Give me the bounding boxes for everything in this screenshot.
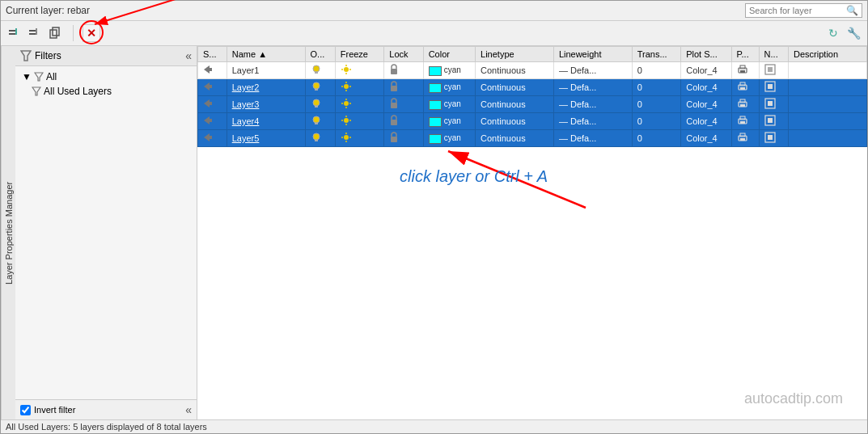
cell-on[interactable] (305, 130, 335, 147)
cell-plotstyle[interactable]: Color_4 (681, 79, 731, 96)
cell-color[interactable]: cyan (423, 113, 475, 130)
cell-new-vp[interactable] (759, 79, 788, 96)
cell-lineweight[interactable]: — Defa... (553, 62, 632, 79)
cell-new-vp[interactable] (759, 62, 788, 79)
svg-point-14 (313, 65, 320, 72)
cell-name[interactable]: Layer2 (227, 79, 305, 96)
cell-lock[interactable] (384, 130, 423, 147)
cell-freeze[interactable] (335, 96, 384, 113)
cell-freeze[interactable] (335, 130, 384, 147)
cell-lineweight[interactable]: — Defa... (553, 113, 632, 130)
cell-linetype[interactable]: Continuous (476, 130, 554, 147)
cell-trans[interactable]: 0 (632, 113, 681, 130)
cell-lineweight[interactable]: — Defa... (553, 130, 632, 147)
cell-new-vp[interactable] (759, 96, 788, 113)
cell-freeze[interactable] (335, 79, 384, 96)
col-header-n[interactable]: N... (759, 47, 788, 62)
cell-plot[interactable] (731, 130, 759, 147)
col-header-linetype[interactable]: Linetype (476, 47, 554, 62)
cell-on[interactable] (305, 96, 335, 113)
cell-lock[interactable] (384, 62, 423, 79)
col-header-desc[interactable]: Description (789, 47, 867, 62)
cell-plot[interactable] (731, 113, 759, 130)
search-input[interactable] (749, 6, 846, 15)
cell-trans[interactable]: 0 (632, 96, 681, 113)
cell-linetype[interactable]: Continuous (476, 96, 554, 113)
svg-rect-82 (768, 135, 773, 140)
table-row[interactable]: Layer4 cyan Continu (198, 113, 867, 130)
cell-color[interactable]: cyan (423, 130, 475, 147)
cell-plot[interactable] (731, 96, 759, 113)
filter-footer-collapse-button[interactable]: « (185, 403, 192, 416)
cell-trans[interactable]: 0 (632, 62, 681, 79)
status-arrow-icon (203, 82, 213, 91)
cell-freeze[interactable] (335, 62, 384, 79)
new-layer-vp-button[interactable] (26, 24, 44, 42)
cell-name[interactable]: Layer5 (227, 130, 305, 147)
tree-item-all[interactable]: ▼ All (19, 70, 193, 84)
cell-color[interactable]: cyan (423, 96, 475, 113)
invert-filter-label[interactable]: Invert filter (20, 405, 75, 415)
cell-trans[interactable]: 0 (632, 79, 681, 96)
filter-collapse-button[interactable]: « (185, 49, 192, 62)
cell-plotstyle[interactable]: Color_4 (681, 62, 731, 79)
cell-on[interactable] (305, 62, 335, 79)
col-header-plots[interactable]: Plot S... (681, 47, 731, 62)
table-scroll-area[interactable]: S... Name ▲ O... Freeze Lock Color Linet… (197, 46, 867, 419)
col-header-p[interactable]: P... (731, 47, 759, 62)
duplicate-button[interactable] (46, 24, 64, 42)
search-box[interactable]: 🔍 (745, 3, 862, 18)
cell-lineweight[interactable]: — Defa... (553, 96, 632, 113)
cell-lock[interactable] (384, 79, 423, 96)
col-header-name[interactable]: Name ▲ (227, 47, 305, 62)
cell-lineweight[interactable]: — Defa... (553, 79, 632, 96)
delete-button[interactable]: ✕ (83, 24, 100, 42)
lock-icon (389, 98, 399, 109)
col-header-lock[interactable]: Lock (384, 47, 423, 62)
svg-point-16 (344, 67, 349, 72)
invert-filter-checkbox[interactable] (20, 405, 31, 415)
cell-plotstyle[interactable]: Color_4 (681, 96, 731, 113)
cell-desc (789, 62, 867, 79)
cell-color[interactable]: cyan (423, 79, 475, 96)
cell-trans[interactable]: 0 (632, 130, 681, 147)
status-text: All Used Layers: 5 layers displayed of 8… (6, 422, 207, 432)
printer-icon (737, 115, 748, 126)
cell-linetype[interactable]: Continuous (476, 62, 554, 79)
cell-new-vp[interactable] (759, 113, 788, 130)
cell-plot[interactable] (731, 79, 759, 96)
cell-plotstyle[interactable]: Color_4 (681, 130, 731, 147)
cell-lock[interactable] (384, 96, 423, 113)
col-header-color[interactable]: Color (423, 47, 475, 62)
col-header-trans[interactable]: Trans... (632, 47, 681, 62)
table-row[interactable]: Layer1 cyan Continu (198, 62, 867, 79)
cell-name[interactable]: Layer3 (227, 96, 305, 113)
cell-on[interactable] (305, 113, 335, 130)
table-row[interactable]: Layer2 cyan Continu (198, 79, 867, 96)
svg-rect-63 (391, 120, 397, 125)
printer-icon (737, 81, 748, 92)
cell-on[interactable] (305, 79, 335, 96)
cell-color[interactable]: cyan (423, 62, 475, 79)
col-header-lineweight[interactable]: Lineweight (553, 47, 632, 62)
tree-item-all-used[interactable]: All Used Layers (19, 84, 193, 99)
cell-linetype[interactable]: Continuous (476, 79, 554, 96)
table-row[interactable]: Layer3 cyan Continu (198, 96, 867, 113)
table-row[interactable]: Layer5 cyan Continu (198, 130, 867, 147)
col-header-freeze[interactable]: Freeze (335, 47, 384, 62)
refresh-button[interactable]: ↻ (824, 24, 842, 42)
cell-linetype[interactable]: Continuous (476, 113, 554, 130)
cell-lock[interactable] (384, 113, 423, 130)
svg-rect-26 (768, 67, 773, 72)
sun-icon (341, 81, 352, 92)
cell-name[interactable]: Layer4 (227, 113, 305, 130)
cell-name[interactable]: Layer1 (227, 62, 305, 79)
col-header-s[interactable]: S... (198, 47, 227, 62)
settings-button[interactable]: 🔧 (845, 24, 862, 42)
cell-plotstyle[interactable]: Color_4 (681, 113, 731, 130)
cell-new-vp[interactable] (759, 130, 788, 147)
cell-freeze[interactable] (335, 113, 384, 130)
new-layer-button[interactable] (6, 24, 23, 42)
col-header-o[interactable]: O... (305, 47, 335, 62)
cell-plot[interactable] (731, 62, 759, 79)
